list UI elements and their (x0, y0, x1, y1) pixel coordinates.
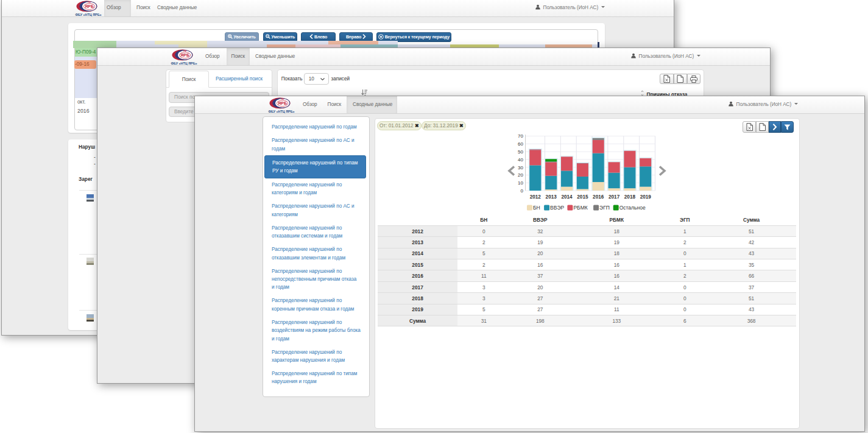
svg-text:ЭГП: ЭГП (599, 205, 610, 211)
svg-text:ЯРБ: ЯРБ (180, 53, 189, 57)
svg-text:РБМК: РБМК (573, 205, 587, 211)
svg-text:2012: 2012 (530, 194, 542, 200)
svg-text:ФБУ «НТЦ ЯРБ»: ФБУ «НТЦ ЯРБ» (75, 13, 101, 16)
svg-text:50: 50 (518, 149, 523, 155)
svg-text:РФ: РФ (88, 1, 91, 4)
svg-text:2015: 2015 (577, 194, 588, 200)
svg-text:ФБУ «НТЦ ЯРБ»: ФБУ «НТЦ ЯРБ» (268, 110, 294, 113)
svg-text:60: 60 (518, 141, 523, 147)
svg-text:РФ: РФ (183, 50, 186, 52)
svg-text:2019: 2019 (640, 194, 652, 200)
svg-text:ЯРБ: ЯРБ (85, 4, 94, 9)
svg-text:2014: 2014 (561, 194, 573, 200)
svg-text:ЯРБ: ЯРБ (278, 101, 287, 105)
svg-text:30: 30 (518, 165, 523, 171)
svg-text:Остальное: Остальное (619, 205, 646, 211)
svg-text:ФБУ «НТЦ ЯРБ»: ФБУ «НТЦ ЯРБ» (171, 62, 197, 65)
svg-text:2016: 2016 (593, 194, 604, 200)
svg-text:2017: 2017 (609, 194, 620, 200)
svg-text:70: 70 (518, 133, 523, 139)
svg-text:40: 40 (518, 157, 523, 163)
svg-text:БН: БН (533, 205, 540, 211)
svg-text:2013: 2013 (546, 194, 557, 200)
svg-text:10: 10 (518, 180, 523, 186)
svg-text:2018: 2018 (624, 194, 636, 200)
svg-text:РФ: РФ (281, 98, 284, 100)
svg-text:ВВЭР: ВВЭР (550, 205, 564, 211)
svg-text:20: 20 (518, 172, 523, 178)
svg-text:0: 0 (521, 188, 524, 194)
